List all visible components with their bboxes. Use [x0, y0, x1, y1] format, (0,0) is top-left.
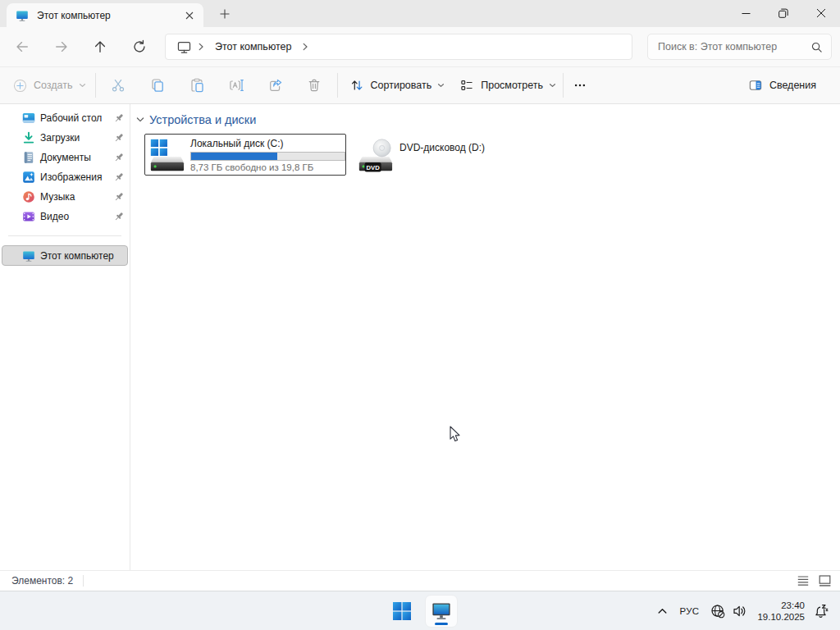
toolbar-separator: [337, 73, 338, 98]
toolbar-separator: [95, 73, 96, 98]
delete-button[interactable]: [298, 71, 331, 99]
drive-dvd-tile[interactable]: DVD DVD-дисковод (D:): [354, 134, 502, 176]
chevron-down-icon: [135, 115, 145, 125]
sort-button[interactable]: Сортировать: [345, 71, 450, 99]
search-box[interactable]: Поиск в: Этот компьютер: [647, 34, 832, 60]
minimize-icon: [742, 9, 751, 18]
new-button[interactable]: Создать: [8, 71, 91, 99]
sidebar-item-downloads[interactable]: Загрузки: [2, 128, 128, 148]
chevron-right-icon: [301, 42, 309, 52]
sidebar-item-this-pc[interactable]: Этот компьютер: [2, 245, 128, 266]
close-button[interactable]: [802, 0, 840, 26]
thumbnail-view-icon: [819, 575, 831, 587]
details-label: Сведения: [769, 80, 816, 91]
chevron-down-icon: [79, 82, 86, 89]
sort-label: Сортировать: [371, 80, 432, 91]
restore-button[interactable]: [765, 0, 802, 26]
sidebar-item-label: Рабочий стол: [40, 112, 112, 124]
cut-button[interactable]: [102, 71, 135, 99]
group-header-devices[interactable]: Устройства и диски: [135, 113, 256, 126]
view-button[interactable]: Просмотреть: [454, 71, 561, 99]
sidebar-item-pictures[interactable]: Изображения: [2, 167, 128, 187]
window-controls: [727, 0, 840, 26]
view-icon: [459, 78, 474, 93]
drive-dvd-name: DVD-дисковод (D:): [399, 142, 485, 153]
this-pc-outline-icon: [176, 39, 192, 55]
dvd-drive-icon: DVD: [356, 136, 394, 174]
share-button[interactable]: [259, 71, 292, 99]
copy-button[interactable]: [141, 71, 174, 99]
list-view-button[interactable]: [794, 573, 812, 589]
sidebar-item-documents[interactable]: Документы: [2, 148, 128, 167]
status-separator: [83, 575, 84, 587]
arrow-up-icon: [93, 39, 107, 54]
details-pane-button[interactable]: Сведения: [743, 71, 827, 99]
local-disk-icon: [148, 136, 185, 174]
items-count: Элементов: 2: [11, 575, 73, 587]
rename-icon: [228, 77, 244, 94]
clock[interactable]: 23:40 19.10.2025: [757, 596, 805, 626]
group-header-label: Устройства и диски: [149, 113, 256, 126]
new-tab-button[interactable]: [213, 4, 236, 24]
pin-icon: [112, 151, 126, 164]
taskbar-explorer-button[interactable]: [425, 595, 458, 628]
sidebar-item-videos[interactable]: Видео: [2, 207, 128, 226]
pin-icon: [112, 112, 126, 125]
pin-icon: [112, 210, 126, 223]
sidebar-item-music[interactable]: Музыка: [2, 187, 128, 207]
close-icon: [816, 8, 826, 18]
paste-icon: [189, 77, 205, 94]
sort-icon: [349, 78, 364, 93]
thumbnail-view-button[interactable]: [815, 573, 833, 589]
pin-icon: [112, 171, 126, 184]
drive-c-free-space: 8,73 ГБ свободно из 19,8 ГБ: [190, 162, 345, 172]
tab-title: Этот компьютер: [37, 10, 179, 21]
file-list-area: Устройства и диски Локальный диск (C:): [131, 104, 840, 570]
forward-button[interactable]: [48, 33, 75, 61]
search-placeholder: Поиск в: Этот компьютер: [658, 41, 810, 52]
tab-close-button[interactable]: [179, 7, 200, 25]
new-plus-icon: [13, 79, 27, 93]
sidebar-item-label: Загрузки: [40, 132, 112, 144]
drive-c-tile[interactable]: Локальный диск (C:) 8,73 ГБ свободно из …: [144, 134, 346, 176]
toolbar-right-group: Сведения: [743, 71, 827, 99]
notification-bell-icon: [814, 604, 829, 619]
paste-button[interactable]: [180, 71, 213, 99]
tray-overflow-button[interactable]: [651, 596, 673, 626]
close-icon: [185, 11, 194, 20]
back-button[interactable]: [8, 33, 36, 61]
tray-time: 23:40: [757, 600, 805, 611]
documents-icon: [22, 151, 35, 164]
desktop-icon: [22, 112, 35, 125]
breadcrumb-location[interactable]: Этот компьютер: [210, 41, 296, 52]
drive-c-name: Локальный диск (C:): [190, 138, 345, 149]
refresh-icon: [132, 39, 147, 54]
navigation-bar: Этот компьютер Поиск в: Этот компьютер: [0, 27, 840, 66]
refresh-button[interactable]: [126, 33, 153, 61]
cut-icon: [110, 77, 126, 94]
pictures-icon: [22, 171, 35, 184]
view-label: Просмотреть: [481, 80, 543, 91]
rename-button[interactable]: [220, 71, 253, 99]
up-button[interactable]: [86, 33, 114, 61]
pin-icon: [112, 190, 126, 203]
more-options-button[interactable]: [564, 71, 596, 99]
minimize-button[interactable]: [727, 0, 765, 26]
sidebar-item-desktop[interactable]: Рабочий стол: [2, 108, 128, 128]
new-label: Создать: [34, 80, 73, 91]
share-icon: [267, 77, 284, 94]
sidebar-item-label: Видео: [40, 211, 112, 222]
status-bar: Элементов: 2: [0, 570, 840, 591]
start-button[interactable]: [386, 595, 418, 628]
tray-network-volume-button[interactable]: [705, 596, 747, 626]
network-globe-icon: [710, 604, 725, 619]
ellipsis-icon: [573, 78, 587, 93]
address-bar[interactable]: Этот компьютер: [165, 34, 632, 60]
notification-center-button[interactable]: [810, 596, 833, 626]
screen: Этот компьютер: [0, 0, 840, 630]
this-pc-icon: [22, 249, 35, 262]
tab-this-pc[interactable]: Этот компьютер: [7, 3, 203, 27]
language-indicator[interactable]: РУС: [673, 596, 705, 626]
windows-logo-icon: [392, 601, 412, 621]
chevron-up-icon: [657, 607, 668, 615]
